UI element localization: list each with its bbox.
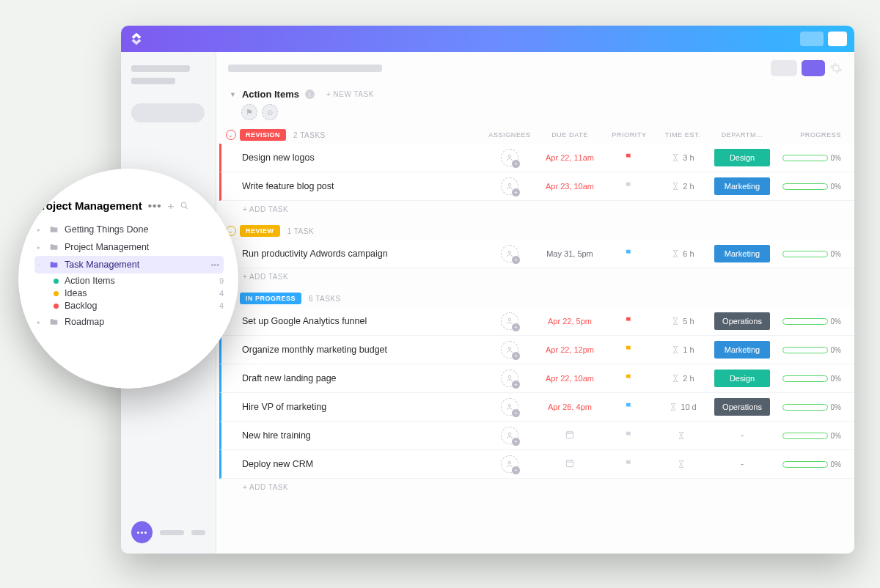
- assignee-add-icon[interactable]: +: [501, 341, 518, 359]
- task-row[interactable]: Deploy new CRM + - 0%: [219, 450, 854, 479]
- status-pill[interactable]: REVISION: [240, 129, 286, 141]
- dept-none: -: [741, 459, 744, 469]
- dept-tag[interactable]: Operations: [714, 312, 770, 330]
- progress-value: 0%: [831, 183, 841, 191]
- assignee-add-icon[interactable]: +: [501, 427, 518, 444]
- priority-flag-icon[interactable]: [604, 181, 655, 191]
- sidebar-zoom: Project Management ••• + ▸ Getting Thing…: [18, 169, 238, 389]
- time-estimate[interactable]: 6 h: [683, 249, 694, 258]
- topbar-button-2[interactable]: [828, 32, 847, 46]
- view-toggle-1[interactable]: [771, 60, 797, 76]
- due-date[interactable]: Apr 22, 10am: [546, 374, 594, 383]
- svg-point-17: [181, 202, 186, 207]
- dept-none: -: [741, 430, 744, 441]
- task-row[interactable]: Draft new landing page + Apr 22, 10am 2 …: [219, 364, 854, 393]
- status-pill[interactable]: REVIEW: [240, 225, 280, 237]
- due-date[interactable]: Apr 23, 10am: [546, 182, 594, 191]
- dept-tag[interactable]: Operations: [714, 398, 770, 416]
- dept-tag[interactable]: Marketing: [714, 245, 770, 262]
- chat-button[interactable]: [131, 521, 153, 543]
- view-toggle-2[interactable]: [802, 60, 825, 76]
- add-task-button[interactable]: + ADD TASK: [221, 201, 854, 218]
- dept-tag[interactable]: Marketing: [714, 341, 770, 359]
- due-date[interactable]: Apr 26, 4pm: [548, 403, 592, 411]
- list-label: Backlog: [65, 301, 97, 311]
- sidebar-folder[interactable]: ▸ Project Management: [34, 238, 224, 256]
- task-row[interactable]: Set up Google Analytics funnel + Apr 22,…: [219, 307, 854, 336]
- status-pill[interactable]: IN PROGRESS: [240, 293, 301, 304]
- task-row[interactable]: Organize monthly marketing budget + Apr …: [219, 336, 854, 364]
- sidebar-folder[interactable]: − Task Management •••: [34, 256, 224, 273]
- status-group-revision: ⌄ REVISION 2 TASKS ASSIGNEES DUE DATE PR…: [216, 126, 854, 218]
- dept-tag[interactable]: Design: [714, 370, 770, 387]
- assignee-add-icon[interactable]: +: [501, 312, 518, 330]
- list-label: Action Items: [65, 276, 115, 286]
- sidebar-folder[interactable]: ▸ Getting Things Done: [34, 221, 224, 238]
- time-estimate[interactable]: 10 d: [681, 403, 696, 411]
- list-label: Ideas: [65, 288, 87, 298]
- time-estimate[interactable]: 1 h: [683, 345, 694, 354]
- app-logo-icon: [128, 31, 144, 47]
- task-row[interactable]: Run productivity Adwords campaign + May …: [219, 240, 854, 268]
- time-estimate[interactable]: 5 h: [683, 317, 694, 326]
- priority-flag-icon[interactable]: [604, 373, 655, 383]
- priority-flag-icon[interactable]: [604, 249, 655, 259]
- priority-flag-icon[interactable]: [604, 402, 655, 412]
- section-title: Action Items: [242, 89, 299, 100]
- assignee-add-icon[interactable]: +: [501, 455, 518, 473]
- caret-down-icon[interactable]: ▼: [230, 91, 236, 98]
- settings-icon[interactable]: [829, 62, 843, 75]
- assignee-add-icon[interactable]: +: [501, 398, 518, 416]
- due-date[interactable]: Apr 22, 5pm: [548, 317, 592, 326]
- priority-flag-icon[interactable]: [604, 152, 655, 163]
- search-icon[interactable]: [180, 201, 189, 210]
- status-group-inprogress: ⌄ IN PROGRESS 6 TASKS Set up Google Anal…: [216, 290, 854, 496]
- task-row[interactable]: Design new logos + Apr 22, 11am 3 h Desi…: [219, 144, 854, 172]
- group-header: ⌄ REVISION 2 TASKS ASSIGNEES DUE DATE PR…: [216, 126, 854, 144]
- add-task-button[interactable]: + ADD TASK: [221, 268, 854, 285]
- priority-flag-icon[interactable]: [604, 430, 655, 441]
- collapse-icon[interactable]: ⌄: [226, 130, 236, 140]
- calendar-icon[interactable]: [565, 430, 575, 441]
- add-task-button[interactable]: + ADD TASK: [221, 479, 854, 496]
- svg-point-3: [508, 318, 511, 321]
- due-date[interactable]: Apr 22, 12pm: [546, 345, 594, 354]
- assignee-add-icon[interactable]: +: [501, 149, 518, 166]
- task-row[interactable]: Hire VP of marketing + Apr 26, 4pm 10 d …: [219, 393, 854, 422]
- info-icon[interactable]: i: [305, 89, 315, 99]
- assignee-add-icon[interactable]: +: [501, 245, 518, 262]
- topbar-button-1[interactable]: [800, 32, 824, 46]
- section-header: ▼ Action Items i + NEW TASK: [216, 84, 854, 103]
- tag-icon[interactable]: ⚑: [241, 104, 257, 120]
- priority-flag-icon[interactable]: [604, 459, 655, 469]
- time-estimate[interactable]: 2 h: [683, 182, 694, 191]
- progress-bar: [782, 347, 828, 353]
- task-row[interactable]: Write feature blog post + Apr 23, 10am 2…: [219, 172, 854, 201]
- more-icon[interactable]: •••: [148, 199, 162, 212]
- sidebar-list[interactable]: Ideas 4: [34, 288, 224, 298]
- assignee-add-icon[interactable]: +: [501, 177, 518, 195]
- due-date[interactable]: Apr 22, 11am: [546, 153, 594, 162]
- priority-flag-icon[interactable]: [604, 316, 655, 326]
- task-row[interactable]: New hire training + - 0%: [219, 422, 854, 450]
- sidebar-list[interactable]: Backlog 4: [34, 301, 224, 311]
- assignee-add-icon[interactable]: +: [501, 370, 518, 387]
- assignee-icon[interactable]: ☺: [262, 104, 278, 120]
- task-name: New hire training: [242, 430, 483, 441]
- list-count: 4: [219, 301, 224, 310]
- dept-tag[interactable]: Marketing: [714, 177, 770, 195]
- calendar-icon[interactable]: [565, 458, 575, 470]
- sidebar-folder[interactable]: ▸ Roadmap: [34, 313, 224, 331]
- dept-tag[interactable]: Design: [714, 149, 770, 166]
- sidebar-list[interactable]: Action Items 9: [34, 276, 224, 286]
- time-estimate[interactable]: 2 h: [683, 374, 694, 383]
- progress-value: 0%: [831, 250, 841, 258]
- more-icon[interactable]: •••: [210, 260, 219, 269]
- due-date[interactable]: May 31, 5pm: [546, 249, 593, 258]
- progress-value: 0%: [831, 154, 841, 162]
- priority-flag-icon[interactable]: [604, 345, 655, 355]
- new-task-button[interactable]: + NEW TASK: [326, 90, 374, 98]
- add-icon[interactable]: +: [167, 199, 174, 212]
- time-estimate[interactable]: 3 h: [683, 153, 694, 162]
- sidebar-search-pill[interactable]: [131, 103, 205, 122]
